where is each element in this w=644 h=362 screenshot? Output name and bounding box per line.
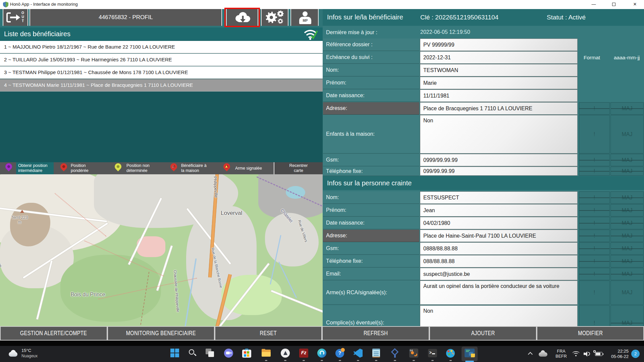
suspect-email-input[interactable]: suspect@justice.be (420, 268, 578, 280)
terminal-button[interactable]: > (428, 349, 437, 358)
store-button[interactable] (242, 349, 252, 358)
help-app-button[interactable]: ? (335, 349, 345, 358)
search-button[interactable] (188, 349, 198, 358)
recenter-map-button[interactable]: Recentrer carte (274, 162, 323, 174)
list-item[interactable]: 1 ~ MAJJOLINO Pietro 18/12/1967 ~ Rue de… (0, 41, 323, 53)
alert-button[interactable]: ! (579, 167, 610, 176)
maj-button[interactable]: MAJ (610, 255, 644, 267)
gestion-alerte-button[interactable]: GESTION ALERTE/COMPTE (0, 326, 107, 341)
logout-button[interactable]: OUT (3, 9, 28, 26)
title-bar: Honō App - Interface de monitoring — ✕ (0, 0, 644, 9)
battery-icon[interactable] (595, 352, 602, 362)
alert-button[interactable]: ! (579, 242, 610, 255)
accomplices-input[interactable]: Non (420, 305, 578, 326)
maj-button[interactable]: MAJ (610, 242, 644, 255)
maj-button[interactable]: MAJ (610, 268, 644, 280)
last-update-value: 2022-06-05 12:19:50 (420, 29, 470, 35)
wifi-tray-icon[interactable] (572, 351, 580, 362)
alert-button[interactable]: ! (579, 305, 610, 326)
active-app-indicator (465, 361, 474, 362)
volume-icon[interactable] (584, 351, 590, 362)
list-item[interactable]: 2 ~ TUILLARD Julie 15/05/1993 ~ Rue Harm… (0, 54, 323, 66)
download-button[interactable] (226, 9, 258, 26)
maj-button[interactable]: MAJ (610, 115, 644, 154)
alert-button[interactable]: ! (579, 154, 610, 166)
x64dbg-button[interactable]: 64 (409, 349, 419, 358)
monitoring-beneficiaire-button[interactable]: MONITORING BENEFICIAIRE (107, 326, 215, 341)
chat-button[interactable] (224, 349, 233, 358)
record-key: Clé : 202265121950631104 (420, 14, 498, 21)
maj-button[interactable]: MAJ (610, 191, 644, 204)
minimize-button[interactable]: — (585, 0, 602, 9)
legend-item-home: Bénéficiaire à la maison (181, 162, 208, 174)
python-app-button-active[interactable] (462, 347, 478, 361)
map[interactable]: Philippeville Loverval Châtelet Rue de V… (0, 174, 323, 326)
weather-widget[interactable]: 15°C Nuageux (0, 346, 60, 362)
filezilla-button[interactable]: Fz (299, 349, 309, 358)
clock[interactable]: 22:25 05-06-22 (604, 349, 629, 362)
alert-button[interactable]: ! (579, 217, 610, 229)
close-button[interactable]: ✕ (627, 0, 643, 9)
alert-button[interactable]: ! (579, 255, 610, 267)
start-button[interactable] (170, 349, 180, 358)
maximize-button[interactable] (605, 0, 622, 9)
gear-small-icon (277, 10, 284, 17)
vscode-button[interactable] (354, 349, 363, 358)
alert-button[interactable]: ! (579, 102, 610, 115)
notification-badge[interactable]: 2 (631, 350, 640, 358)
alert-button[interactable]: ! (579, 281, 610, 305)
ajouter-button[interactable]: AJOUTER (429, 326, 537, 341)
suspect-birthdate-input[interactable]: 04/02/1980 (420, 217, 578, 229)
modifier-button[interactable]: MODIFIER (537, 326, 644, 341)
tray-expand-button[interactable] (527, 346, 535, 362)
alert-button[interactable]: ! (579, 191, 610, 204)
record-status: Statut : Activé (547, 14, 586, 21)
birthdate-input[interactable]: 11/11/1981 (420, 89, 578, 102)
firstname-input[interactable]: Marie (420, 77, 578, 89)
alert-button[interactable]: ! (579, 115, 610, 154)
suspect-lastname-input[interactable]: ESTSUSPECT (420, 191, 578, 204)
pin-undetermined-icon (113, 162, 123, 171)
settings-button[interactable] (261, 9, 288, 26)
language-top: FRA (553, 349, 570, 354)
mp-user-button[interactable]: MP (290, 9, 319, 26)
file-explorer-button[interactable] (262, 349, 271, 358)
suspect-address-input[interactable]: Place de Haine-Saint-Paul 7100 LA LOUVIE… (420, 230, 578, 242)
lastname-input[interactable]: TESTWOMAN (420, 64, 578, 76)
notepad-button[interactable] (372, 349, 381, 358)
virtualbox-button[interactable] (390, 349, 400, 358)
list-item-selected[interactable]: 4 ~ TESTWOMAN Marie 11/11/1981 ~ Place d… (0, 79, 323, 92)
alert-button[interactable]: ! (579, 268, 610, 280)
due-date-input[interactable]: 2022-12-31 (420, 51, 578, 64)
alert-button[interactable]: ! (579, 204, 610, 217)
alert-button[interactable]: ! (579, 230, 610, 242)
reference-input[interactable]: PV 99999/99 (420, 39, 578, 51)
maj-button[interactable]: MAJ (610, 204, 644, 217)
list-item[interactable]: 3 ~ TESTMAN Philippe 01/12/1981 ~ Chauss… (0, 66, 323, 79)
paint-app-button[interactable] (446, 349, 455, 358)
refresh-button[interactable]: REFRESH (322, 326, 429, 341)
edge-button[interactable] (317, 349, 327, 358)
phone-input[interactable]: 099/99.99.99 (420, 167, 578, 176)
suspect-phone-input[interactable]: 088/88.88.88 (420, 255, 578, 267)
maj-button[interactable]: MAJ (610, 102, 644, 115)
user-icon: MP (299, 11, 311, 24)
suspect-gsm-input[interactable]: 0888/88.88.88 (420, 242, 578, 255)
maj-button[interactable]: MAJ (610, 230, 644, 242)
maj-button[interactable]: MAJ (610, 167, 644, 176)
maj-button[interactable]: MAJ (610, 281, 644, 305)
maj-button[interactable]: MAJ (610, 305, 644, 326)
weapons-input[interactable]: Aurait un opinel dans la portière conduc… (420, 281, 578, 305)
language-indicator[interactable]: FRA BEFR (553, 349, 570, 362)
children-input[interactable]: Non (420, 115, 578, 154)
maj-button[interactable]: MAJ (610, 217, 644, 229)
gsm-input[interactable]: 0999/99.99.99 (420, 154, 578, 166)
address-input[interactable]: Place de Bracquegnies 1 7110 LA LOUVIERE (420, 102, 578, 115)
suspect-firstname-input[interactable]: Jean (420, 204, 578, 217)
tray-date: 05-06-22 (604, 354, 629, 359)
affinity-app-button[interactable] (281, 349, 290, 358)
filezilla-label: Fz (299, 350, 308, 355)
maj-button[interactable]: MAJ (610, 154, 644, 166)
reset-button[interactable]: RESET (215, 326, 322, 341)
task-view-button[interactable] (206, 349, 215, 358)
